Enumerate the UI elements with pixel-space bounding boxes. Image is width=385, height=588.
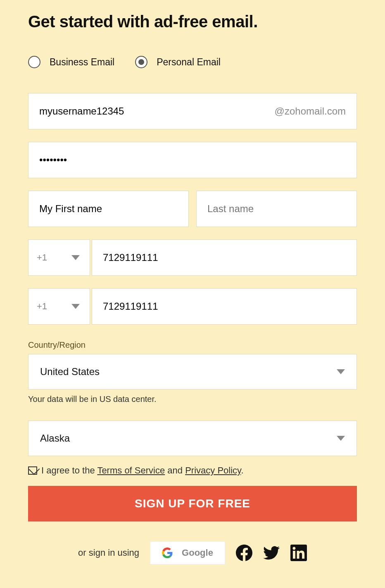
- phone1-input[interactable]: [103, 252, 346, 263]
- facebook-icon[interactable]: [236, 545, 252, 561]
- chevron-down-icon: [337, 369, 345, 374]
- radio-icon: [28, 56, 40, 68]
- password-input[interactable]: [39, 154, 346, 166]
- first-name-field-wrap: [28, 191, 189, 227]
- username-field-wrap: @zohomail.com: [28, 93, 357, 129]
- signup-button[interactable]: SIGN UP FOR FREE: [28, 486, 357, 521]
- phone1-country-code-value: +1: [37, 252, 47, 263]
- social-prefix-text: or sign in using: [78, 547, 139, 558]
- terms-of-service-link[interactable]: Terms of Service: [97, 465, 165, 476]
- chevron-down-icon: [337, 436, 345, 441]
- linkedin-icon[interactable]: [290, 545, 307, 561]
- privacy-policy-link[interactable]: Privacy Policy: [185, 465, 241, 476]
- last-name-field-wrap: [196, 191, 357, 227]
- phone1-country-code-select[interactable]: +1: [28, 239, 90, 276]
- twitter-icon[interactable]: [263, 545, 280, 561]
- country-select[interactable]: United States: [28, 354, 357, 390]
- country-label: Country/Region: [28, 340, 357, 350]
- email-domain-suffix: @zohomail.com: [275, 105, 346, 117]
- social-signin-row: or sign in using Google: [28, 541, 357, 564]
- google-label: Google: [182, 547, 213, 558]
- radio-icon-checked: [135, 56, 147, 68]
- last-name-input[interactable]: [207, 203, 346, 215]
- agree-text-suffix: .: [241, 465, 243, 476]
- username-input[interactable]: [39, 105, 275, 117]
- first-name-input[interactable]: [39, 203, 178, 215]
- agree-checkbox[interactable]: [28, 466, 37, 475]
- phone2-country-code-value: +1: [37, 301, 47, 312]
- agree-row: I agree to the Terms of Service and Priv…: [28, 465, 357, 476]
- business-email-label: Business Email: [50, 57, 114, 68]
- phone1-field-wrap: [92, 239, 357, 276]
- agree-text-prefix: I agree to the: [41, 465, 97, 476]
- agree-text-mid: and: [165, 465, 185, 476]
- state-value: Alaska: [40, 433, 70, 444]
- country-helper-text: Your data will be in US data center.: [28, 394, 357, 404]
- phone2-country-code-select[interactable]: +1: [28, 288, 90, 325]
- phone2-input[interactable]: [103, 301, 346, 312]
- password-field-wrap: [28, 142, 357, 178]
- chevron-down-icon: [71, 304, 80, 309]
- personal-email-label: Personal Email: [157, 57, 221, 68]
- state-select[interactable]: Alaska: [28, 421, 357, 456]
- google-icon: [162, 547, 173, 558]
- page-heading: Get started with ad-free email.: [28, 12, 357, 31]
- business-email-radio[interactable]: Business Email: [28, 56, 114, 68]
- country-value: United States: [40, 366, 100, 378]
- google-signin-button[interactable]: Google: [150, 541, 225, 564]
- phone2-field-wrap: [92, 288, 357, 325]
- chevron-down-icon: [71, 255, 80, 260]
- personal-email-radio[interactable]: Personal Email: [135, 56, 221, 68]
- email-type-radio-group: Business Email Personal Email: [28, 56, 357, 68]
